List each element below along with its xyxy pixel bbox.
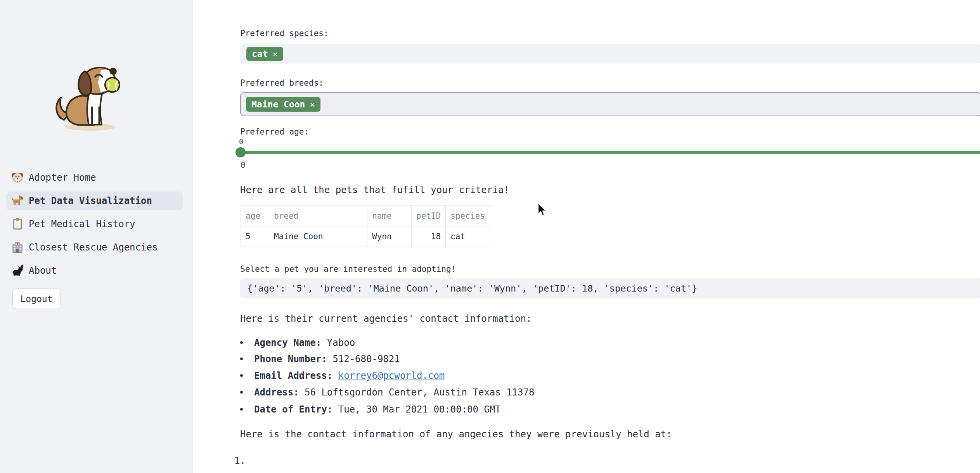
column-header-petid: petID [412,206,446,226]
preferred-species-label: Preferred species: [240,29,329,38]
pet-selectbox[interactable]: {'age': '5', 'breed': 'Maine Coon', 'nam… [240,278,980,299]
sidebar: Adopter Home Pet Data Visualization [0,0,193,473]
bullet-icon [240,374,243,377]
sidebar-item-label: Closest Rescue Agencies [29,242,158,253]
table-row: 5 Maine Coon Wynn 18 cat [241,226,491,247]
pets-table: age breed name petID species 5 Maine Coo… [241,205,491,247]
cell-name: Wynn [367,226,412,247]
bullet-icon [240,357,243,360]
main-content: Preferred species: cat × Preferred breed… [193,0,980,473]
slider-value-label: 0 [239,137,243,146]
cell-species: cat [446,226,491,247]
clipboard-icon [11,218,24,231]
remove-tag-icon[interactable]: × [273,49,278,59]
sidebar-item-label: Pet Medical History [29,219,135,230]
detail-label: Phone Number: [254,354,327,364]
detail-value: 512-680-9821 [327,354,400,364]
dog-icon [11,194,24,207]
cell-breed: Maine Coon [269,226,367,247]
select-pet-label: Select a pet you are interested in adopt… [240,264,456,274]
detail-label: Address: [254,387,299,398]
age-slider-thumb[interactable] [235,147,246,157]
selected-pet-value: {'age': '5', 'breed': 'Maine Coon', 'nam… [247,283,697,294]
remove-tag-icon[interactable]: × [310,100,315,109]
cell-age: 5 [241,226,269,247]
list-item: Address: 56 Loftsgordon Center, Austin T… [240,387,534,398]
preferred-breeds-label: Preferred breeds: [240,78,324,88]
table-header-row: age breed name petID species [241,206,491,226]
species-tag: cat × [246,47,283,61]
bullet-icon [240,341,243,344]
hospital-icon [11,241,24,254]
sidebar-item-pet-medical-history[interactable]: Pet Medical History [6,215,183,233]
detail-label: Email Address: [254,370,332,381]
breed-tag: Maine Coon × [246,97,320,112]
results-heading: Here are all the pets that fufill your c… [240,185,509,195]
sidebar-item-label: Adopter Home [29,172,96,183]
sidebar-item-pet-data-visualization[interactable]: Pet Data Visualization [6,192,183,210]
column-header-breed: breed [269,206,367,226]
list-item: Phone Number: 512-680-9821 [240,354,400,364]
slider-min-label: 0 [241,161,246,170]
sidebar-item-about[interactable]: About [6,261,183,280]
sidebar-item-adopter-home[interactable]: Adopter Home [6,168,183,187]
sidebar-item-label: Pet Data Visualization [29,195,152,206]
detail-value: Yaboo [321,337,355,348]
preferred-age-label: Preferred age: [240,127,309,136]
column-header-species: species [446,206,491,226]
age-slider-track[interactable] [240,151,980,154]
detail-value: 56 Loftsgordon Center, Austin Texas 1137… [299,387,535,398]
agency-contact-heading: Here is their current agencies' contact … [240,313,532,324]
detail-label: Agency Name: [254,337,321,348]
bullet-icon [240,408,243,411]
detail-spacer [332,370,338,381]
cell-petid: 18 [412,226,446,247]
puppy-face-icon [11,171,24,184]
logout-button[interactable]: Logout [12,288,61,309]
list-item: Email Address: korrey6@pcworld.com [240,370,445,381]
sidebar-item-closest-rescue-agencies[interactable]: Closest Rescue Agencies [6,238,183,257]
detail-label: Date of Entry: [254,404,332,415]
sidebar-item-label: About [29,265,57,276]
history-heading: Here is the contact information of any a… [240,429,672,440]
detail-value: Tue, 30 Mar 2021 00:00:00 GMT [332,404,500,415]
email-link[interactable]: korrey6@pcworld.com [338,370,445,381]
preferred-species-multiselect[interactable]: cat × [240,44,980,64]
species-tag-text: cat [252,49,268,59]
sidebar-nav: Adopter Home Pet Data Visualization [6,168,183,285]
history-list-marker: 1. [234,455,246,466]
breed-tag-text: Maine Coon [251,99,305,109]
list-item: Date of Entry: Tue, 30 Mar 2021 00:00:00… [240,404,501,415]
dog-logo [50,60,131,132]
column-header-name: name [367,206,412,226]
column-header-age: age [241,206,269,226]
preferred-breeds-multiselect[interactable]: Maine Coon × [240,92,980,116]
list-item: Agency Name: Yaboo [240,337,355,348]
black-cat-icon [11,264,24,277]
bullet-icon [240,391,243,394]
